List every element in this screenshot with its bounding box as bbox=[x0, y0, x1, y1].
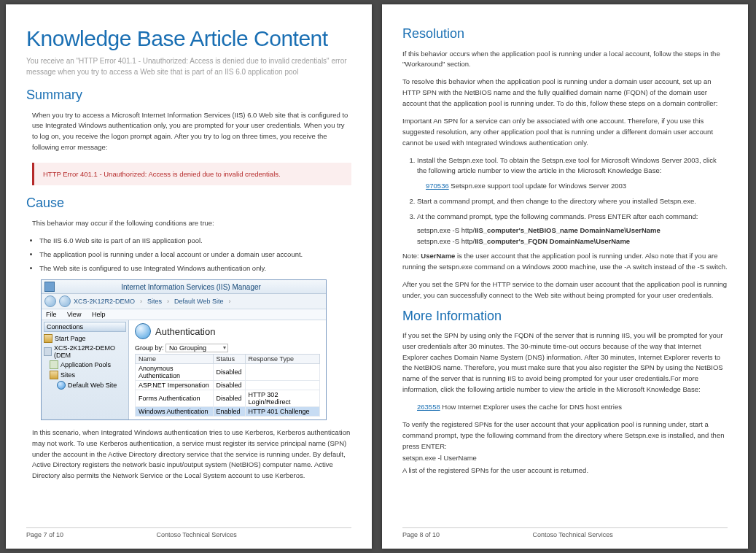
feature-title: Authentication bbox=[155, 326, 215, 337]
cell: Anonymous Authentication bbox=[136, 364, 214, 381]
note-bold: UserName bbox=[421, 252, 455, 260]
cmd-bold: IIS_computer's_FQDN DomainName\UserName bbox=[475, 237, 630, 245]
iis-menubar: File View Help bbox=[42, 309, 326, 320]
resolution-p1: If this behavior occurs when the applica… bbox=[402, 49, 728, 70]
note-prefix: Note: bbox=[402, 252, 421, 260]
more-info-heading: More Information bbox=[402, 309, 728, 324]
kb-link-text: How Internet Explorer uses the cache for… bbox=[440, 403, 622, 411]
cell: HTTP 401 Challenge bbox=[245, 407, 319, 417]
scenario-text: In this scenario, when Integrated Window… bbox=[32, 428, 351, 482]
footer-company: Contoso Technical Services bbox=[156, 531, 351, 538]
menu-file[interactable]: File bbox=[46, 311, 57, 318]
tree-label: Application Pools bbox=[61, 361, 111, 368]
breadcrumb-site[interactable]: Default Web Site bbox=[174, 298, 223, 305]
iis-main-pane: Authentication Group by: No Grouping Nam… bbox=[129, 320, 326, 419]
footer-page-number: Page 8 of 10 bbox=[402, 531, 532, 538]
cause-heading: Cause bbox=[26, 196, 351, 211]
auth-table: Name Status Response Type Anonymous Auth… bbox=[135, 354, 320, 417]
page-8: Resolution If this behavior occurs when … bbox=[382, 4, 748, 549]
server-icon bbox=[44, 347, 52, 356]
tree-label: Start Page bbox=[55, 335, 86, 342]
col-response[interactable]: Response Type bbox=[245, 355, 319, 364]
col-status[interactable]: Status bbox=[213, 355, 245, 364]
iis-app-icon bbox=[44, 282, 55, 292]
resolution-important: Important An SPN for a service can only … bbox=[402, 116, 728, 148]
verify-command: setspn.exe -l UserName bbox=[402, 453, 728, 464]
col-name[interactable]: Name bbox=[136, 355, 214, 364]
cause-list: The IIS 6.0 Web site is part of an IIS a… bbox=[39, 236, 351, 274]
breadcrumb-sites[interactable]: Sites bbox=[147, 298, 162, 305]
note-line: Note: UserName is the user account that … bbox=[402, 251, 728, 272]
verify-text-2: A list of the registered SPNs for the us… bbox=[402, 465, 728, 476]
tree-default-site[interactable]: Default Web Site bbox=[57, 380, 126, 390]
cell: HTTP 302 Login/Redirect bbox=[245, 390, 319, 407]
groupby-dropdown[interactable]: No Grouping bbox=[165, 344, 228, 352]
cell: Disabled bbox=[213, 390, 245, 407]
site-icon bbox=[57, 381, 66, 390]
iis-window-title: Internet Information Services (IIS) Mana… bbox=[59, 283, 323, 291]
resolution-heading: Resolution bbox=[402, 26, 728, 42]
page-7: Knowledge Base Article Content You recei… bbox=[6, 4, 372, 549]
cmd-bold: IIS_computer's_NetBIOS_name DomainName\U… bbox=[475, 226, 660, 234]
kb-link-263558[interactable]: 263558 bbox=[417, 403, 440, 411]
menu-view[interactable]: View bbox=[67, 311, 81, 318]
breadcrumb-sep-icon bbox=[138, 298, 144, 305]
iis-connections-pane: Connections Start Page XCS-2K12R2-DEMO (… bbox=[42, 320, 129, 419]
cell: Windows Authentication bbox=[136, 407, 214, 417]
nav-forward-icon[interactable] bbox=[59, 295, 71, 307]
table-row-selected[interactable]: Windows Authentication Enabled HTTP 401 … bbox=[136, 407, 320, 417]
article-subtitle: You receive an "HTTP Error 401.1 - Unaut… bbox=[26, 55, 351, 77]
resolution-steps: Install the Setspn.exe tool. To obtain t… bbox=[417, 155, 728, 223]
verify-text-1: To verify the registered SPNs for the us… bbox=[402, 419, 728, 452]
tree-label: XCS-2K12R2-DEMO (DEM bbox=[54, 344, 126, 359]
iis-titlebar: Internet Information Services (IIS) Mana… bbox=[42, 280, 326, 294]
folder-icon bbox=[50, 371, 58, 379]
tree-sites[interactable]: Sites bbox=[50, 370, 126, 380]
kb-link-text: Setspn.exe support tool update for Windo… bbox=[449, 182, 626, 190]
connections-header: Connections bbox=[44, 322, 126, 332]
step-3: At the command prompt, type the followin… bbox=[417, 212, 728, 223]
page-footer: Page 7 of 10 Contoso Technical Services bbox=[26, 527, 351, 538]
cell bbox=[245, 381, 319, 390]
tree-server[interactable]: XCS-2K12R2-DEMO (DEM bbox=[44, 344, 126, 360]
step-2: Start a command prompt, and then change … bbox=[417, 196, 728, 207]
tree-label: Sites bbox=[61, 371, 75, 379]
breadcrumb-sep-icon bbox=[165, 298, 171, 305]
step-text: Install the Setspn.exe tool. To obtain t… bbox=[417, 156, 717, 175]
kb-link-970536[interactable]: 970536 bbox=[426, 182, 449, 190]
command-2: setspn.exe -S http/IIS_computer's_FQDN D… bbox=[417, 237, 728, 245]
tree-start-page[interactable]: Start Page bbox=[44, 333, 126, 344]
table-row[interactable]: Forms Authentication Disabled HTTP 302 L… bbox=[136, 390, 320, 407]
cell: Disabled bbox=[213, 364, 245, 381]
document-viewport: Knowledge Base Article Content You recei… bbox=[0, 0, 756, 553]
breadcrumb-server[interactable]: XCS-2K12R2-DEMO bbox=[74, 298, 135, 305]
globe-icon bbox=[135, 323, 151, 339]
breadcrumb-sep-icon bbox=[226, 298, 233, 305]
footer-company: Contoso Technical Services bbox=[532, 531, 728, 538]
more-info-text: If you set the SPN by using only the FQD… bbox=[402, 330, 728, 395]
page-footer: Page 8 of 10 Contoso Technical Services bbox=[402, 527, 728, 538]
cause-item: The Web site is configured to use Integr… bbox=[39, 263, 351, 274]
groupby-label: Group by: bbox=[135, 344, 164, 352]
iis-addressbar: XCS-2K12R2-DEMO Sites Default Web Site bbox=[42, 294, 326, 309]
cell: Enabled bbox=[213, 407, 245, 417]
table-row[interactable]: ASP.NET Impersonation Disabled bbox=[136, 381, 320, 390]
table-row[interactable]: Anonymous Authentication Disabled bbox=[136, 364, 320, 381]
tree-app-pools[interactable]: Application Pools bbox=[50, 360, 126, 370]
menu-help[interactable]: Help bbox=[92, 311, 106, 318]
cmd-prefix: setspn.exe -S http/ bbox=[417, 237, 475, 245]
cell: ASP.NET Impersonation bbox=[136, 381, 214, 390]
cmd-prefix: setspn.exe -S http/ bbox=[417, 226, 475, 234]
cause-item: The IIS 6.0 Web site is part of an IIS a… bbox=[39, 236, 351, 247]
footer-page-number: Page 7 of 10 bbox=[26, 531, 156, 538]
home-icon bbox=[44, 334, 52, 343]
cause-item: The application pool is running under a … bbox=[39, 250, 351, 260]
nav-back-icon[interactable] bbox=[44, 295, 56, 307]
iis-manager-figure: Internet Information Services (IIS) Mana… bbox=[41, 279, 327, 420]
article-title: Knowledge Base Article Content bbox=[26, 26, 351, 51]
cause-intro: This behavior may occur if the following… bbox=[32, 218, 351, 229]
command-1: setspn.exe -S http/IIS_computer's_NetBIO… bbox=[417, 226, 728, 234]
step-1: Install the Setspn.exe tool. To obtain t… bbox=[417, 155, 728, 192]
summary-heading: Summary bbox=[26, 88, 351, 103]
cell bbox=[245, 364, 319, 381]
